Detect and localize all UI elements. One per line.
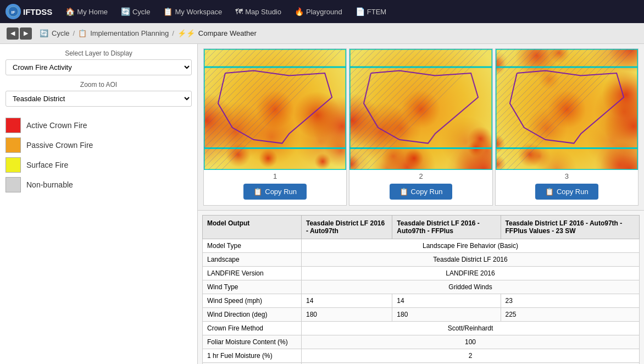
breadcrumb-forward-button[interactable]: ▶ — [20, 27, 32, 40]
legend-label-surface-fire: Surface Fire — [26, 161, 68, 169]
nav-mapstudio[interactable]: 🗺 Map Studio — [230, 4, 287, 19]
table-body: Model TypeLandscape Fire Behavior (Basic… — [203, 239, 640, 365]
mapstudio-icon: 🗺 — [235, 7, 243, 16]
logo-icon: IF — [5, 4, 21, 19]
zoom-section: Zoom to AOI Teasdale District — [5, 81, 192, 112]
svg-text:IF: IF — [11, 10, 15, 15]
legend-color-active-crown — [5, 118, 21, 133]
breadcrumb-cycle[interactable]: Cycle — [52, 29, 70, 37]
nav-ftem-label: FTEM — [367, 8, 386, 16]
planning-breadcrumb-icon: 📋 — [78, 29, 87, 37]
weather-breadcrumb-icon: ⚡⚡ — [177, 29, 195, 37]
layer-select-label: Select Layer to Display — [5, 49, 192, 57]
legend-color-passive-crown — [5, 137, 21, 153]
table-cell-label: 1 hr Fuel Moisture (%) — [203, 349, 302, 363]
copy-icon-3: 📋 — [545, 187, 554, 196]
table-row: Wind Direction (deg)180180225 — [203, 308, 640, 322]
map-image-3 — [496, 49, 638, 170]
table-row: Wind Speed (mph)141423 — [203, 294, 640, 308]
table-row: Foliar Moisture Content (%)100 — [203, 335, 640, 349]
table-cell-merged: 2 — [302, 349, 640, 363]
table-cell-label: Model Type — [203, 239, 302, 253]
legend-section: Active Crown Fire Passive Crown Fire Sur… — [5, 118, 192, 192]
workspace-icon: 📋 — [163, 7, 173, 16]
breadcrumb-back-button[interactable]: ◀ — [7, 27, 19, 40]
nav-workspace-label: My Workspace — [175, 8, 222, 16]
table-header-col3: Teasdale District LF 2016 - Auto97th - F… — [501, 216, 639, 239]
copy-run-label-2: Copy Run — [411, 187, 443, 196]
table-cell-merged: Teasdale District LF 2016 — [302, 253, 640, 267]
table-cell-merged: Landscape Fire Behavior (Basic) — [302, 239, 640, 253]
map-panel-3: 3 📋 Copy Run — [495, 48, 639, 206]
table-header-col1: Teasdale District LF 2016 - Auto97th — [302, 216, 392, 239]
legend-item-passive-crown: Passive Crown Fire — [5, 137, 192, 153]
legend-item-surface-fire: Surface Fire — [5, 157, 192, 173]
zoom-select-dropdown[interactable]: Teasdale District — [5, 91, 192, 107]
nav-cycle[interactable]: 🔄 Cycle — [115, 4, 156, 19]
copy-run-label-1: Copy Run — [265, 187, 297, 196]
map-canvas-1 — [204, 49, 346, 170]
cycle-icon: 🔄 — [121, 7, 130, 16]
legend-label-non-burnable: Non-burnable — [26, 180, 73, 189]
table-cell-2: 225 — [501, 308, 639, 322]
table-row: Crown Fire MethodScott/Reinhardt — [203, 322, 640, 335]
breadcrumb: ◀ ▶ 🔄 Cycle / 📋 Implementation Planning … — [0, 23, 644, 44]
table-cell-label: Wind Speed (mph) — [203, 294, 302, 308]
copy-run-button-3[interactable]: 📋 Copy Run — [535, 184, 598, 200]
table-row: Wind TypeGridded Winds — [203, 280, 640, 294]
ftem-icon: 📄 — [356, 7, 365, 16]
map-panel-1: 1 📋 Copy Run — [203, 48, 347, 206]
map-canvas-3 — [496, 49, 638, 170]
table-row: LandscapeTeasdale District LF 2016 — [203, 253, 640, 267]
table-cell-label: Wind Direction (deg) — [203, 308, 302, 322]
model-output-table: Model Output Teasdale District LF 2016 -… — [202, 215, 640, 364]
legend-item-non-burnable: Non-burnable — [5, 177, 192, 192]
breadcrumb-implementation[interactable]: Implementation Planning — [90, 29, 169, 37]
table-cell-merged: Gridded Winds — [302, 280, 640, 294]
nav-mapstudio-label: Map Studio — [245, 8, 281, 16]
home-icon: 🏠 — [65, 7, 75, 16]
copy-icon-1: 📋 — [253, 187, 262, 196]
table-cell-1: 180 — [392, 308, 501, 322]
layer-select-dropdown[interactable]: Crown Fire Activity — [5, 59, 192, 75]
legend-color-non-burnable — [5, 177, 21, 192]
table-row: Model TypeLandscape Fire Behavior (Basic… — [203, 239, 640, 253]
table-cell-1: 14 — [392, 294, 501, 308]
logo-text: IFTDSS — [23, 7, 52, 16]
map-number-3: 3 — [565, 170, 569, 184]
table-cell-label: Foliar Moisture Content (%) — [203, 335, 302, 349]
map-number-1: 1 — [273, 170, 277, 184]
table-cell-label: Crown Fire Method — [203, 322, 302, 335]
table-row: 1 hr Fuel Moisture (%)2 — [203, 349, 640, 363]
map-number-2: 2 — [419, 170, 423, 184]
data-table-area: Model Output Teasdale District LF 2016 -… — [198, 211, 644, 364]
table-cell-label: LANDFIRE Version — [203, 267, 302, 280]
table-cell-0: 180 — [302, 308, 392, 322]
legend-label-passive-crown: Passive Crown Fire — [26, 141, 93, 150]
legend-color-surface-fire — [5, 157, 21, 173]
table-header-model-output: Model Output — [203, 216, 302, 239]
nav-ftem[interactable]: 📄 FTEM — [350, 4, 392, 19]
breadcrumb-nav-buttons: ◀ ▶ — [7, 27, 32, 40]
copy-run-button-1[interactable]: 📋 Copy Run — [243, 184, 307, 200]
cycle-breadcrumb-icon: 🔄 — [40, 29, 48, 37]
table-header-col2: Teasdale District LF 2016 - Auto97th - F… — [392, 216, 501, 239]
table-cell-merged: LANDFIRE 2016 — [302, 267, 640, 280]
nav-playground[interactable]: 🔥 Playground — [289, 4, 348, 19]
breadcrumb-compare-weather: Compare Weather — [198, 29, 257, 37]
copy-run-label-3: Copy Run — [557, 187, 589, 196]
left-panel: Select Layer to Display Crown Fire Activ… — [0, 44, 198, 364]
nav-home[interactable]: 🏠 My Home — [60, 4, 113, 19]
table-cell-merged: 100 — [302, 335, 640, 349]
map-image-2 — [349, 49, 492, 170]
copy-icon-2: 📋 — [399, 187, 408, 196]
map-panel-2: 2 📋 Copy Run — [349, 48, 492, 206]
top-navigation: IF IFTDSS 🏠 My Home 🔄 Cycle 📋 My Workspa… — [0, 0, 644, 23]
map-panels-area: 1 📋 Copy Run 2 📋 Copy Run — [198, 44, 644, 211]
nav-workspace[interactable]: 📋 My Workspace — [158, 4, 227, 19]
table-cell-label: Landscape — [203, 253, 302, 267]
nav-cycle-label: Cycle — [132, 8, 151, 16]
table-cell-0: 14 — [302, 294, 392, 308]
copy-run-button-2[interactable]: 📋 Copy Run — [390, 184, 453, 200]
table-cell-label: Wind Type — [203, 280, 302, 294]
